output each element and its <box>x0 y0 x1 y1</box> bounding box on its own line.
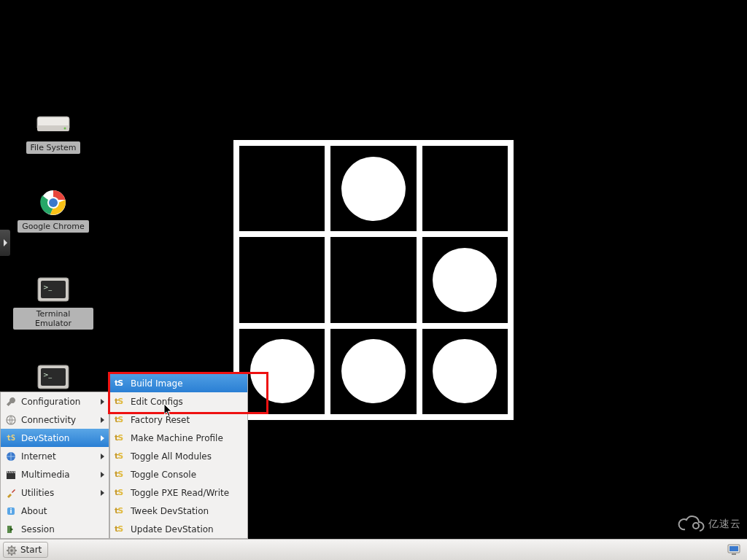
terminal-icon: >_ <box>36 276 71 305</box>
terminal-icon: >_ <box>36 363 71 392</box>
info-icon: i <box>5 505 17 517</box>
taskbar: Start <box>0 539 747 560</box>
gear-icon <box>7 545 17 555</box>
menu-item-internet[interactable]: Internet <box>1 447 109 465</box>
svg-rect-32 <box>732 553 736 555</box>
clapper-icon <box>5 469 17 481</box>
svg-text:i: i <box>9 508 12 515</box>
desktop-icon-chrome[interactable]: Google Chrome <box>13 188 93 233</box>
chevron-right-icon <box>101 472 104 478</box>
start-button-label: Start <box>20 545 42 555</box>
drive-icon <box>36 109 71 139</box>
start-menu[interactable]: Configuration Connectivity tS DevStation… <box>0 392 109 539</box>
devstation-icon: tS <box>115 433 126 443</box>
submenu-item-build-image[interactable]: tS Build Image <box>110 374 247 392</box>
desktop-icon-filesystem[interactable]: File System <box>13 109 93 154</box>
system-tray <box>727 542 744 557</box>
desktop-icon-label: Google Chrome <box>18 220 88 233</box>
devstation-icon: tS <box>115 470 126 479</box>
chevron-right-icon <box>4 239 7 246</box>
start-button[interactable]: Start <box>3 542 48 558</box>
desktop-wallpaper-logo <box>233 140 514 420</box>
svg-point-2 <box>64 128 66 130</box>
devstation-icon: tS <box>5 432 17 444</box>
exit-icon <box>5 524 17 535</box>
svg-point-5 <box>49 198 58 207</box>
svg-rect-14 <box>7 473 15 479</box>
watermark: 亿速云 <box>676 515 741 534</box>
chevron-right-icon <box>101 454 104 459</box>
desktop-icon-label: File System <box>26 141 81 154</box>
menu-item-connectivity[interactable]: Connectivity <box>1 411 109 429</box>
devstation-icon: tS <box>115 415 126 424</box>
chevron-right-icon <box>101 435 104 441</box>
devstation-icon: tS <box>115 451 126 461</box>
devstation-icon: tS <box>115 524 126 534</box>
panel-expand-tab[interactable] <box>0 230 10 256</box>
watermark-text: 亿速云 <box>708 518 741 531</box>
submenu-item-factory-reset[interactable]: tS Factory Reset <box>110 411 247 429</box>
desktop-icon-terminal[interactable]: >_ Terminal Emulator <box>13 276 93 330</box>
menu-item-session[interactable]: Session <box>1 520 109 538</box>
submenu-item-edit-configs[interactable]: tS Edit Configs <box>110 392 247 411</box>
menu-item-multimedia[interactable]: Multimedia <box>1 465 109 483</box>
cloud-icon <box>676 515 705 534</box>
devstation-icon: tS <box>115 378 126 388</box>
svg-rect-31 <box>729 546 738 551</box>
desktop-icon-label: Terminal Emulator <box>13 308 93 330</box>
menu-item-utilities[interactable]: Utilities <box>1 483 109 502</box>
devstation-icon: tS <box>115 506 126 516</box>
start-submenu-devstation[interactable]: tS Build Image tS Edit Configs tS Factor… <box>109 373 248 539</box>
tools-icon <box>5 487 17 499</box>
svg-line-27 <box>14 553 15 554</box>
svg-point-21 <box>10 549 13 552</box>
submenu-item-update-devstation[interactable]: tS Update DevStation <box>110 520 247 538</box>
menu-item-about[interactable]: i About <box>1 502 109 520</box>
chrome-icon <box>36 188 71 217</box>
chevron-right-icon <box>101 399 104 405</box>
globe-icon <box>5 451 17 462</box>
menu-item-configuration[interactable]: Configuration <box>1 392 109 411</box>
svg-line-29 <box>14 547 15 548</box>
submenu-item-tweek-devstation[interactable]: tS Tweek DevStation <box>110 502 247 520</box>
submenu-item-toggle-all-modules[interactable]: tS Toggle All Modules <box>110 447 247 465</box>
chevron-right-icon <box>101 490 104 496</box>
svg-line-28 <box>8 553 9 554</box>
chevron-right-icon <box>101 417 104 423</box>
wrench-icon <box>5 396 17 408</box>
menu-item-devstation[interactable]: tS DevStation <box>1 429 109 447</box>
display-icon[interactable] <box>727 542 741 557</box>
svg-text:>_: >_ <box>43 371 53 378</box>
svg-line-26 <box>8 547 9 548</box>
devstation-icon: tS <box>115 488 126 497</box>
devstation-icon: tS <box>115 397 126 406</box>
submenu-item-toggle-console[interactable]: tS Toggle Console <box>110 465 247 483</box>
desktop-icon-terminal-2[interactable]: >_ <box>13 363 93 392</box>
submenu-item-make-machine-profile[interactable]: tS Make Machine Profile <box>110 429 247 447</box>
network-icon <box>5 414 17 426</box>
submenu-item-toggle-pxe-rw[interactable]: tS Toggle PXE Read/Write <box>110 483 247 502</box>
svg-point-19 <box>693 523 699 529</box>
svg-text:>_: >_ <box>43 284 53 291</box>
